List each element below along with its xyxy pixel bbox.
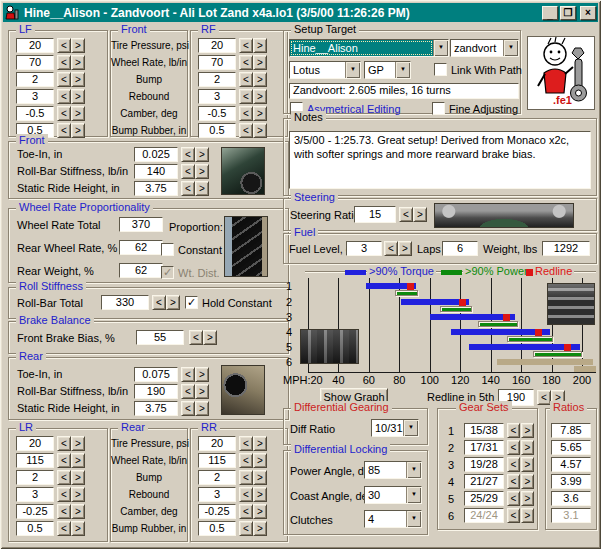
hold-constant-checkbox[interactable]: ✓: [185, 296, 198, 309]
rf-tire-pressure-decrement-button[interactable]: <: [239, 38, 253, 53]
rf-bump-input[interactable]: 2: [198, 72, 236, 87]
rr-bump-rubber-input[interactable]: 0.5: [198, 521, 236, 536]
gear-3-set-decrement-button[interactable]: <: [507, 457, 520, 472]
rf-bump-rubber-decrement-button[interactable]: <: [239, 123, 253, 138]
dropdown-arrow-icon[interactable]: ▼: [403, 420, 418, 436]
lf-bump-rubber-increment-button[interactable]: >: [71, 123, 85, 138]
lf-tire-pressure-input[interactable]: 20: [16, 38, 54, 53]
rf-tire-pressure-increment-button[interactable]: >: [253, 38, 267, 53]
minimize-button[interactable]: _: [542, 6, 558, 20]
fuel-level-input[interactable]: 3: [346, 241, 382, 256]
lf-bump-increment-button[interactable]: >: [71, 72, 85, 87]
rear-toe-in-decrement-button[interactable]: <: [181, 367, 195, 382]
gear-5-set-decrement-button[interactable]: <: [507, 491, 520, 506]
rf-tire-pressure-input[interactable]: 20: [198, 38, 236, 53]
lr-rebound-increment-button[interactable]: >: [71, 487, 85, 502]
rr-camber-increment-button[interactable]: >: [253, 504, 267, 519]
front-toe-in-increment-button[interactable]: >: [195, 147, 209, 162]
lr-bump-rubber-input[interactable]: 0.5: [16, 521, 54, 536]
front-ride-height-increment-button[interactable]: >: [195, 181, 209, 196]
steering-ratio-input[interactable]: 15: [354, 206, 396, 223]
gear-4-set-decrement-button[interactable]: <: [507, 474, 520, 489]
fine-adjusting-checkbox[interactable]: [432, 102, 445, 115]
redline-decrement-button[interactable]: <: [537, 390, 551, 405]
rr-tire-pressure-decrement-button[interactable]: <: [239, 436, 253, 451]
rear-ride-height-increment-button[interactable]: >: [195, 401, 209, 416]
wt-dist-checkbox[interactable]: ✓: [161, 266, 174, 279]
rf-bump-increment-button[interactable]: >: [253, 72, 267, 87]
lf-bump-rubber-decrement-button[interactable]: <: [57, 123, 71, 138]
lr-tire-pressure-decrement-button[interactable]: <: [57, 436, 71, 451]
fuel-level-decrement-button[interactable]: <: [384, 241, 398, 256]
maximize-button[interactable]: ❐: [560, 6, 576, 20]
gear-2-set-input[interactable]: 17/31: [464, 440, 504, 455]
coast-angle-dropdown[interactable]: 30 ▼: [364, 486, 422, 504]
lr-wheel-rate-increment-button[interactable]: >: [71, 453, 85, 468]
lf-camber-decrement-button[interactable]: <: [57, 106, 71, 121]
gear-4-set-increment-button[interactable]: >: [521, 474, 534, 489]
gear-1-set-input[interactable]: 15/38: [464, 423, 504, 438]
rf-rebound-input[interactable]: 3: [198, 89, 236, 104]
rr-bump-decrement-button[interactable]: <: [239, 470, 253, 485]
rr-rebound-decrement-button[interactable]: <: [239, 487, 253, 502]
lf-rebound-input[interactable]: 3: [16, 89, 54, 104]
lr-tire-pressure-increment-button[interactable]: >: [71, 436, 85, 451]
lr-rebound-input[interactable]: 3: [16, 487, 54, 502]
lf-wheel-rate-increment-button[interactable]: >: [71, 55, 85, 70]
lr-bump-decrement-button[interactable]: <: [57, 470, 71, 485]
lf-tire-pressure-increment-button[interactable]: >: [71, 38, 85, 53]
front-brake-bias-input[interactable]: 55: [136, 330, 184, 345]
gear-4-set-input[interactable]: 21/27: [464, 474, 504, 489]
rr-camber-decrement-button[interactable]: <: [239, 504, 253, 519]
wheel-rate-total-input[interactable]: 370: [119, 217, 163, 232]
dropdown-arrow-icon[interactable]: ▼: [433, 40, 448, 56]
lf-camber-increment-button[interactable]: >: [71, 106, 85, 121]
rear-rollbar-decrement-button[interactable]: <: [181, 384, 195, 399]
rear-toe-in-increment-button[interactable]: >: [195, 367, 209, 382]
lr-wheel-rate-input[interactable]: 115: [16, 453, 54, 468]
rf-bump-decrement-button[interactable]: <: [239, 72, 253, 87]
rr-bump-input[interactable]: 2: [198, 470, 236, 485]
lr-bump-increment-button[interactable]: >: [71, 470, 85, 485]
dropdown-arrow-icon[interactable]: ▼: [395, 62, 410, 78]
lr-camber-decrement-button[interactable]: <: [57, 504, 71, 519]
link-with-path-checkbox[interactable]: [434, 63, 447, 76]
gear-3-set-input[interactable]: 19/28: [464, 457, 504, 472]
rear-toe-in-input[interactable]: 0.075: [134, 367, 178, 382]
rr-rebound-input[interactable]: 3: [198, 487, 236, 502]
rf-wheel-rate-decrement-button[interactable]: <: [239, 55, 253, 70]
rr-bump-increment-button[interactable]: >: [253, 470, 267, 485]
rr-bump-rubber-increment-button[interactable]: >: [253, 521, 267, 536]
gear-6-set-decrement-button[interactable]: <: [507, 508, 520, 523]
series-dropdown[interactable]: GP ▼: [364, 61, 411, 79]
lf-camber-input[interactable]: -0.5: [16, 106, 54, 121]
steering-ratio-decrement-button[interactable]: <: [399, 207, 413, 222]
rear-weight-input[interactable]: 62: [119, 263, 163, 278]
lr-camber-input[interactable]: -0.25: [16, 504, 54, 519]
lf-wheel-rate-input[interactable]: 70: [16, 55, 54, 70]
rf-wheel-rate-increment-button[interactable]: >: [253, 55, 267, 70]
rr-wheel-rate-decrement-button[interactable]: <: [239, 453, 253, 468]
lr-rebound-decrement-button[interactable]: <: [57, 487, 71, 502]
dropdown-arrow-icon[interactable]: ▼: [406, 462, 421, 478]
rf-camber-decrement-button[interactable]: <: [239, 106, 253, 121]
front-brake-bias-decrement-button[interactable]: <: [189, 330, 203, 345]
lr-wheel-rate-decrement-button[interactable]: <: [57, 453, 71, 468]
rf-bump-rubber-increment-button[interactable]: >: [253, 123, 267, 138]
rr-bump-rubber-decrement-button[interactable]: <: [239, 521, 253, 536]
dropdown-arrow-icon[interactable]: ▼: [345, 62, 360, 78]
lf-rebound-decrement-button[interactable]: <: [57, 89, 71, 104]
rr-tire-pressure-increment-button[interactable]: >: [253, 436, 267, 451]
dropdown-arrow-icon[interactable]: ▼: [406, 487, 421, 503]
laps-input[interactable]: 6: [442, 241, 478, 256]
gear-5-set-increment-button[interactable]: >: [521, 491, 534, 506]
lf-bump-decrement-button[interactable]: <: [57, 72, 71, 87]
rf-wheel-rate-input[interactable]: 70: [198, 55, 236, 70]
front-rollbar-decrement-button[interactable]: <: [181, 164, 195, 179]
rf-camber-input[interactable]: -0.5: [198, 106, 236, 121]
dropdown-arrow-icon[interactable]: ▼: [503, 40, 518, 56]
gear-2-set-increment-button[interactable]: >: [521, 440, 534, 455]
close-button[interactable]: ×: [580, 6, 596, 20]
driver-setup-dropdown[interactable]: Hine__Alison ▼: [289, 39, 449, 57]
front-ride-height-input[interactable]: 3.75: [134, 181, 178, 196]
